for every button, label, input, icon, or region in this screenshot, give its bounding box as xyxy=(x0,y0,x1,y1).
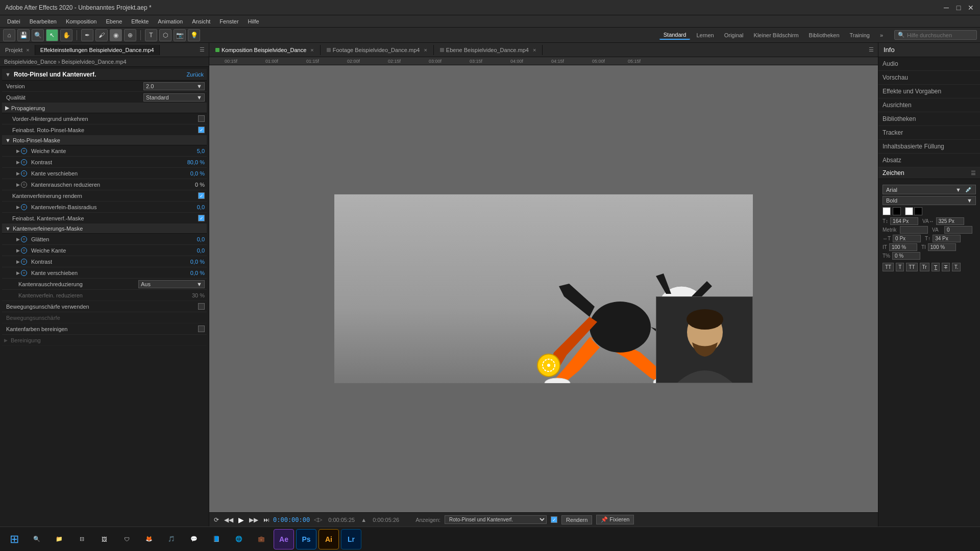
tt-caps[interactable]: T xyxy=(896,263,904,271)
param-k2-value[interactable]: 0,0 % xyxy=(174,259,205,265)
fr-checkbox[interactable]: ✓ xyxy=(198,127,205,133)
right-section-audio[interactable]: Audio xyxy=(878,57,980,71)
right-section-ausrichten[interactable]: Ausrichten xyxy=(878,98,980,112)
taskbar-apps[interactable]: ⊟ xyxy=(71,529,92,549)
expand-wk[interactable]: ▶ xyxy=(16,148,20,154)
rendern-button[interactable]: Rendern xyxy=(561,515,592,524)
tt-ligature[interactable]: T. xyxy=(952,263,961,271)
menu-effekte[interactable]: Effekte xyxy=(127,17,153,26)
scale-v-input[interactable] xyxy=(928,243,956,251)
right-section-vorschau[interactable]: Vorschau xyxy=(878,71,980,85)
expand-wk2[interactable]: ▶ xyxy=(16,248,20,253)
taskbar-firefox[interactable]: 🦊 xyxy=(139,529,159,549)
zeichen-section[interactable]: Zeichen ☰ xyxy=(878,167,980,179)
menu-animation[interactable]: Animation xyxy=(154,17,187,26)
workspace-lernen[interactable]: Lernen xyxy=(692,31,718,39)
right-section-effekte[interactable]: Effekte und Vorgaben xyxy=(878,85,980,98)
viewer-tab-ebene-close[interactable]: × xyxy=(533,47,536,53)
kvr-checkbox[interactable]: ✓ xyxy=(198,192,205,199)
qualität-dropdown[interactable]: Standard▼ xyxy=(143,93,205,102)
param-kv-value[interactable]: 0,0 % xyxy=(174,170,205,177)
tl-play-btn[interactable]: ▶ xyxy=(237,516,246,524)
right-section-absatz[interactable]: Absatz xyxy=(878,154,980,167)
tool-roto[interactable]: ◉ xyxy=(110,29,122,41)
tl-loop-btn[interactable]: ⟳ xyxy=(212,516,220,523)
tt-super[interactable]: TT xyxy=(906,263,917,271)
param-k-value[interactable]: 80,0 % xyxy=(174,159,205,165)
viewer-tab-footage[interactable]: Footage Beispielvideo_Dance.mp4 × xyxy=(321,45,434,55)
workspace-training[interactable]: Training xyxy=(846,31,874,39)
workspace-bibliotheken[interactable]: Bibliotheken xyxy=(805,31,844,39)
tool-shape[interactable]: ⬡ xyxy=(159,29,172,41)
param-wk2-value[interactable]: 0,0 xyxy=(174,247,205,254)
baseline-shift-input[interactable] xyxy=(892,252,920,260)
search-input[interactable] xyxy=(907,32,973,38)
right-section-inhalt[interactable]: Inhaltsbasierte Füllung xyxy=(878,140,980,154)
section-kantenverfein-maske[interactable]: ▼ Kantenverfeinerungs-Maske xyxy=(2,224,207,234)
menu-komposition[interactable]: Komposition xyxy=(62,17,101,26)
tt-under[interactable]: T̲ xyxy=(932,263,940,271)
indent-h-input[interactable] xyxy=(893,235,921,242)
section-roto-pinsel[interactable]: ▼ Roto-Pinsel-Maske xyxy=(2,136,207,145)
workspace-kleiner[interactable]: Kleiner Bildschirm xyxy=(750,31,803,39)
tl-prev-frame[interactable]: ◀◀ xyxy=(223,516,235,523)
close-button[interactable]: ✕ xyxy=(967,4,975,12)
swatch2[interactable] xyxy=(914,207,922,215)
va-input[interactable] xyxy=(944,226,972,234)
tab-projekt-close[interactable]: × xyxy=(26,47,29,53)
tool-text[interactable]: T xyxy=(145,29,157,41)
panel-options-btn[interactable]: ☰ xyxy=(865,46,878,53)
tt-strike[interactable]: T̶ xyxy=(942,263,950,271)
tool-search[interactable]: 🔍 xyxy=(32,29,44,41)
tool-camera[interactable]: 📷 xyxy=(174,29,186,41)
tt-all-caps[interactable]: TT xyxy=(883,263,894,271)
font-size-input[interactable] xyxy=(890,217,918,225)
taskbar-music[interactable]: 🎵 xyxy=(161,529,182,549)
kred-dropdown[interactable]: Aus▼ xyxy=(138,280,205,288)
taskbar-files2[interactable]: 💼 xyxy=(251,529,272,549)
fixieren-button[interactable]: 📌 Fixieren xyxy=(596,515,634,524)
viewer-tab-komposition-close[interactable]: × xyxy=(310,47,313,53)
taskbar-messenger[interactable]: 💬 xyxy=(184,529,204,549)
tl-check-box[interactable]: ✓ xyxy=(551,516,557,523)
taskbar-search[interactable]: 🔍 xyxy=(27,529,47,549)
tl-anzeigen-select[interactable]: Roto-Pinsel und Kantenverf. xyxy=(445,515,547,524)
taskbar-ai[interactable]: Ai xyxy=(318,529,339,549)
param-wk-value[interactable]: 5,0 xyxy=(174,148,205,154)
minimize-button[interactable]: ─ xyxy=(942,4,950,12)
param-kr-value[interactable]: 0 % xyxy=(174,182,205,188)
menu-ansicht[interactable]: Ansicht xyxy=(188,17,214,26)
taskbar-ps[interactable]: Ps xyxy=(296,529,316,549)
workspace-original[interactable]: Original xyxy=(720,31,748,39)
workspace-standard[interactable]: Standard xyxy=(659,31,691,40)
tracking-input[interactable] xyxy=(936,217,964,225)
taskbar-facebook[interactable]: 📘 xyxy=(206,529,227,549)
expand-kv[interactable]: ▶ xyxy=(16,171,20,176)
tool-brush[interactable]: 🖌 xyxy=(95,29,108,41)
expand-k2[interactable]: ▶ xyxy=(16,259,20,264)
tool-hand[interactable]: ✋ xyxy=(60,29,72,41)
tool-pen[interactable]: ✒ xyxy=(81,29,93,41)
taskbar-files[interactable]: 📁 xyxy=(49,529,69,549)
expand-gl[interactable]: ▶ xyxy=(16,237,20,242)
right-section-tracker[interactable]: Tracker xyxy=(878,126,980,140)
right-section-bibliotheken[interactable]: Bibliotheken xyxy=(878,112,980,126)
tool-light[interactable]: 💡 xyxy=(188,29,200,41)
version-dropdown[interactable]: 2.0▼ xyxy=(143,82,205,90)
param-gl-value[interactable]: 0,0 xyxy=(174,236,205,242)
tool-select[interactable]: ↖ xyxy=(46,29,58,41)
taskbar-ae[interactable]: Ae xyxy=(274,529,294,549)
menu-hilfe[interactable]: Hilfe xyxy=(244,17,263,26)
taskbar-photos[interactable]: 🖼 xyxy=(94,529,114,549)
font-style-selector[interactable]: Bold ▼ xyxy=(883,196,976,205)
zurück-button[interactable]: Zurück xyxy=(186,71,204,78)
menu-ebene[interactable]: Ebene xyxy=(102,17,126,26)
eyedropper-icon[interactable]: 💉 xyxy=(965,186,972,193)
font-name-selector[interactable]: Arial ▼ 💉 xyxy=(883,185,976,194)
baseline-input[interactable] xyxy=(933,235,961,242)
maximize-button[interactable]: □ xyxy=(954,4,963,12)
metric-input[interactable] xyxy=(900,226,928,234)
bu-checkbox[interactable] xyxy=(198,303,205,310)
tool-clone[interactable]: ⊕ xyxy=(124,29,136,41)
workspace-more[interactable]: » xyxy=(876,31,887,39)
